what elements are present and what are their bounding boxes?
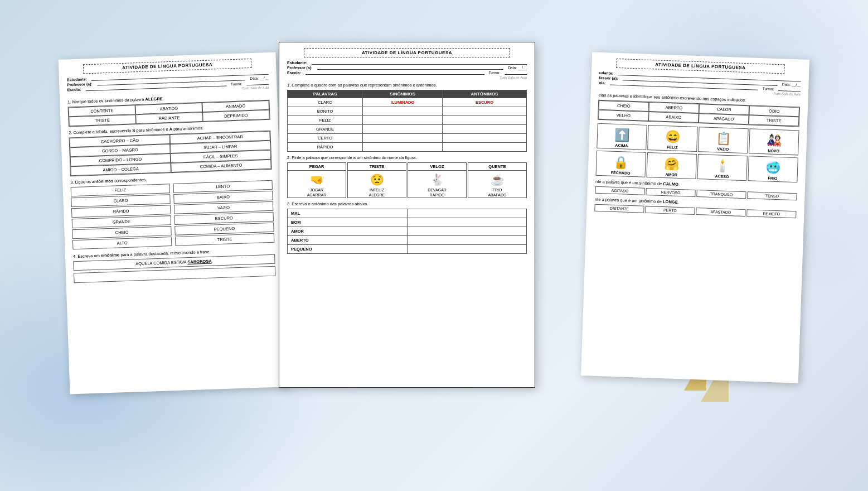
left-sheet: ATIVIDADE DE LÍNGUA PORTUGUESA Estudante… [59,52,288,394]
table-row: BONITO [288,107,527,116]
ant-escuro: ESCURO [443,98,527,107]
left-q1-grid: CONTENTE ABATIDO ANIMADO TRISTE RADIANTE… [68,100,270,127]
img-acima: ⬆️ ACIMA [597,123,647,150]
center-q3-table: MAL BOM AMOR ABERTO PEQUENO [287,209,527,254]
pic-triste: TRISTE 😟 INFELIZ ALEGRE [347,162,406,198]
syn-iluminado: ILUMINADO [363,98,443,107]
anto-amor: AMOR [288,227,408,236]
img-fechado: 🔒 FECHADO [596,151,647,177]
opt-tenso: TENSO [747,191,797,200]
pic-quente: QUENTE ☕ FRIO ABAFADO [468,162,527,198]
opt-tranquilo: TRANQUILO [696,190,746,199]
right-sheet-title: ATIVIDADE DE LÍNGUA PORTUGUESA [616,59,784,74]
opt-perto: PERTO [645,206,695,215]
right-triste: TRISTE [175,233,274,246]
pic-pegar: PEGAR 🤜 JOGAR AGARRAR [287,162,346,198]
center-q1-text: 1. Complete o quadro com as palavras que… [287,83,527,88]
word-radiante: RADIANTE [135,112,203,124]
anto-mal: MAL [288,209,408,218]
pic-veloz: VELOZ 🐇 DEVAGAR RÁPIDO [408,162,467,198]
center-q1-table: PALAVRAS SINÔNIMOS ANTÔNIMOS CLARO ILUMI… [287,90,527,152]
header-palavras: PALAVRAS [288,90,363,98]
center-sheet-title: ATIVIDADE DE LÍNGUA PORTUGUESA [304,48,510,57]
word-bonito: BONITO [288,107,363,116]
w-abaixo: ABAIXO [648,112,699,123]
img-novo: 🎎 NOVO [749,128,799,155]
img-aceso: 🕯️ ACESO [697,154,748,181]
left-q2-grid: CACHORRO – CÃO ACHAR – ENCONTRAR GORDO –… [69,131,272,177]
center-watermark: Tudo Sala de Aula [287,76,527,79]
header-sinonimos: SINÔNIMOS [363,90,443,98]
left-col: FELIZ CLARO RÁPIDO GRANDE CHEIO ALTO [71,184,172,251]
table-row: AMOR [288,227,527,236]
word-grande: GRANDE [288,125,363,134]
anto-bom: BOM [288,218,408,227]
left-q3-connect: FELIZ CLARO RÁPIDO GRANDE CHEIO ALTO LEN… [71,180,275,251]
word-certo: CERTO [288,134,363,143]
right-img-grid-2: 🔒 FECHADO 🤗 AMOR 🕯️ ACESO 🥶 FRIO [596,151,798,183]
word-triste: TRISTE [69,114,136,126]
img-vazio: 📋 VAZIO [698,127,749,153]
table-row: BOM [288,218,527,227]
word-rapido: RÁPIDO [288,143,363,152]
right-word-list: CHEIO ABERTO CALOR ÓDIO VELHO ABAIXO APA… [598,100,800,127]
opt-distante: DISTANTE [594,204,644,213]
table-row: MAL [288,209,527,218]
center-q2-text: 2. Pinte a palavra que corresponde a um … [287,155,527,160]
center-school-line: Escola: Turma: [287,71,527,75]
table-row: ABERTO [288,236,527,245]
img-feliz: 😄 FELIZ [647,125,698,152]
anto-pequeno: PEQUENO [288,245,408,254]
table-row: PEQUENO [288,245,527,254]
word-claro: CLARO [288,98,363,107]
right-col: LENTO BAIXO VAZIO ESCURO PEQUENO TRISTE [173,180,275,247]
center-q2-grid: PEGAR 🤜 JOGAR AGARRAR TRISTE 😟 INFELIZ A… [287,162,527,198]
header-antonimos: ANTÔNIMOS [443,90,527,98]
center-q3-text: 3. Escreva o antônimo das palavras abaix… [287,201,527,206]
table-row: RÁPIDO [288,143,527,152]
opt-remoto: REMOTO [746,209,796,218]
table-row: CERTO [288,134,527,143]
anto-aberto: ABERTO [288,236,408,245]
center-student-line: Estudante: [287,61,527,65]
right-sheet: ATIVIDADE DE LÍNGUA PORTUGUESA udante: f… [581,52,809,383]
word-feliz: FELIZ [288,116,363,125]
word-deprimido: DEPRIMIDO [202,110,270,122]
left-sheet-title: ATIVIDADE DE LÍNGUA PORTUGUESA [83,59,251,74]
table-row: FELIZ [288,116,527,125]
right-img-grid-1: ⬆️ ACIMA 😄 FELIZ 📋 VAZIO 🎎 NOVO [597,123,799,156]
center-sheet: ATIVIDADE DE LÍNGUA PORTUGUESA Estudante… [279,42,535,388]
img-amor: 🤗 AMOR [646,152,697,179]
table-row: CLARO ILUMINADO ESCURO [288,98,527,107]
img-frio: 🥶 FRIO [748,156,798,182]
opt-agitado: AGITADO [595,186,644,195]
w-velho: VELHO [598,110,649,121]
center-teacher-line: Professor (a): Data: __/__ [287,66,527,70]
w-apagado: APAGADO [699,113,749,124]
opt-afastado: AFASTADO [696,208,745,216]
table-row: GRANDE [288,125,527,134]
w-triste: TRISTE [749,115,799,126]
opt-nervoso: NERVOSO [646,188,695,197]
left-alto: ALTO [72,237,172,249]
